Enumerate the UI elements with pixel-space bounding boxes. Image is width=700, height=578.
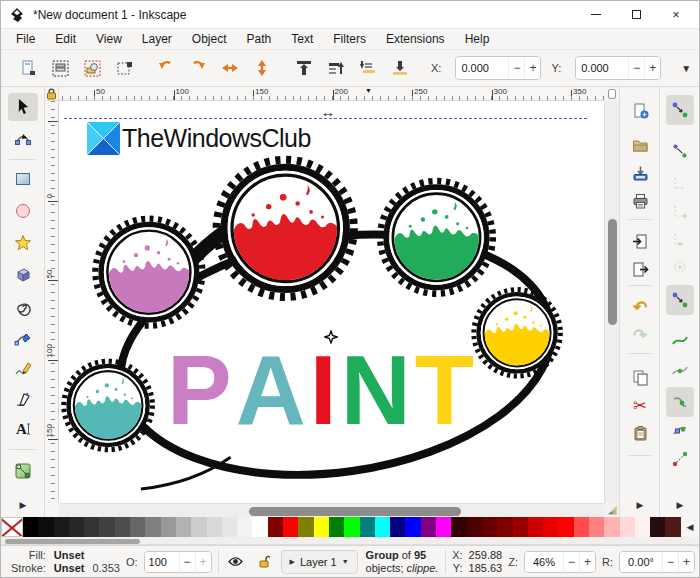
snap-nodes-toggle[interactable] bbox=[666, 285, 694, 315]
color-swatch[interactable] bbox=[130, 517, 145, 537]
color-swatch[interactable] bbox=[252, 517, 267, 537]
color-swatch[interactable] bbox=[298, 517, 313, 537]
layer-lock-button[interactable] bbox=[253, 551, 275, 573]
snap-bbox-centers-toggle[interactable] bbox=[668, 255, 692, 279]
rectangle-tool[interactable] bbox=[8, 165, 38, 193]
raise-icon[interactable] bbox=[325, 57, 347, 79]
pencil-tool[interactable] bbox=[8, 355, 38, 383]
color-swatch[interactable] bbox=[436, 517, 451, 537]
color-swatch[interactable] bbox=[589, 517, 604, 537]
color-swatch[interactable] bbox=[574, 517, 589, 537]
color-swatch[interactable] bbox=[207, 517, 222, 537]
snap-cusp-nodes-toggle[interactable] bbox=[666, 387, 694, 417]
color-swatch[interactable] bbox=[176, 517, 191, 537]
color-swatch[interactable] bbox=[497, 517, 512, 537]
spiral-tool[interactable] bbox=[8, 293, 38, 321]
color-swatch[interactable] bbox=[329, 517, 344, 537]
copy-button[interactable] bbox=[628, 365, 652, 389]
flip-horizontal-icon[interactable] bbox=[219, 57, 241, 79]
node-tool[interactable] bbox=[8, 125, 38, 153]
color-swatch[interactable] bbox=[84, 517, 99, 537]
text-tool[interactable]: A bbox=[8, 415, 38, 443]
commands-expand-button[interactable]: ▶ bbox=[628, 493, 652, 517]
color-swatch[interactable] bbox=[191, 517, 206, 537]
color-swatch[interactable] bbox=[360, 517, 375, 537]
menu-item[interactable]: Path bbox=[238, 31, 281, 47]
x-minus-button[interactable]: − bbox=[508, 57, 524, 79]
zoom-plus-button[interactable]: + bbox=[579, 552, 595, 572]
menu-item[interactable]: Layer bbox=[133, 31, 181, 47]
color-swatch[interactable] bbox=[283, 517, 298, 537]
snap-path-intersections-toggle[interactable] bbox=[668, 359, 692, 383]
color-swatch[interactable] bbox=[528, 517, 543, 537]
menu-item[interactable]: File bbox=[7, 31, 44, 47]
new-document-button[interactable] bbox=[628, 99, 652, 123]
minimize-button[interactable] bbox=[589, 8, 603, 22]
color-swatch[interactable] bbox=[513, 517, 528, 537]
color-swatch[interactable] bbox=[237, 517, 252, 537]
color-swatch[interactable] bbox=[222, 517, 237, 537]
lower-to-bottom-icon[interactable] bbox=[389, 57, 411, 79]
paste-button[interactable] bbox=[628, 421, 652, 445]
color-swatch[interactable] bbox=[421, 517, 436, 537]
color-swatch[interactable] bbox=[665, 517, 680, 537]
horizontal-ruler[interactable]: 50100150200250300350▼ bbox=[59, 87, 604, 101]
color-swatch[interactable] bbox=[23, 517, 38, 537]
raise-to-top-icon[interactable] bbox=[293, 57, 315, 79]
selection-box-icon[interactable] bbox=[113, 57, 135, 79]
select-all-icon[interactable] bbox=[17, 57, 39, 79]
gradient-tool[interactable] bbox=[8, 457, 38, 485]
snap-midpoints-toggle[interactable] bbox=[668, 447, 692, 471]
menu-item[interactable]: Filters bbox=[324, 31, 375, 47]
calligraphy-tool[interactable] bbox=[8, 385, 38, 413]
palette-scrollbar[interactable] bbox=[1, 537, 699, 545]
ruler-corner-button[interactable] bbox=[604, 87, 619, 101]
close-button[interactable]: × bbox=[669, 8, 683, 22]
layer-visibility-button[interactable] bbox=[225, 551, 247, 573]
select-all-layers-icon[interactable] bbox=[49, 57, 71, 79]
horizontal-scrollbar-thumb[interactable] bbox=[249, 507, 461, 516]
x-input[interactable] bbox=[456, 57, 508, 79]
dock-expand-button[interactable]: ▶ bbox=[8, 495, 38, 515]
color-swatch[interactable] bbox=[451, 517, 466, 537]
color-swatch[interactable] bbox=[268, 517, 283, 537]
menu-item[interactable]: Edit bbox=[46, 31, 85, 47]
opacity-plus-button[interactable]: + bbox=[195, 552, 211, 572]
guide-lock-button[interactable] bbox=[45, 87, 59, 101]
flip-vertical-icon[interactable] bbox=[251, 57, 273, 79]
y-plus-button[interactable]: + bbox=[644, 57, 660, 79]
box3d-tool[interactable] bbox=[8, 261, 38, 289]
vertical-scrollbar[interactable] bbox=[604, 101, 619, 503]
snap-bbox-edge-midpoints-toggle[interactable] bbox=[668, 227, 692, 251]
maximize-button[interactable] bbox=[629, 8, 643, 22]
x-plus-button[interactable]: + bbox=[524, 57, 540, 79]
color-swatch[interactable] bbox=[635, 517, 650, 537]
color-swatch[interactable] bbox=[604, 517, 619, 537]
y-minus-button[interactable]: − bbox=[628, 57, 644, 79]
menu-item[interactable]: View bbox=[87, 31, 131, 47]
vertical-scrollbar-thumb[interactable] bbox=[608, 219, 617, 325]
pen-tool[interactable] bbox=[8, 325, 38, 353]
no-color-swatch[interactable] bbox=[1, 517, 23, 537]
rotate-ccw-icon[interactable] bbox=[155, 57, 177, 79]
save-document-button[interactable] bbox=[628, 161, 652, 185]
redo-button[interactable]: ↷ bbox=[628, 323, 652, 347]
snap-bounding-box-toggle[interactable] bbox=[668, 139, 692, 163]
palette-scrollbar-thumb[interactable] bbox=[5, 539, 140, 544]
open-document-button[interactable] bbox=[628, 133, 652, 157]
import-button[interactable] bbox=[628, 229, 652, 253]
rotation-plus-button[interactable]: + bbox=[678, 552, 694, 572]
rotate-cw-icon[interactable] bbox=[187, 57, 209, 79]
color-swatch[interactable] bbox=[467, 517, 482, 537]
menu-item[interactable]: Extensions bbox=[377, 31, 454, 47]
color-swatch[interactable] bbox=[650, 517, 665, 537]
export-button[interactable] bbox=[628, 257, 652, 281]
color-swatch[interactable] bbox=[482, 517, 497, 537]
cut-button[interactable]: ✂ bbox=[628, 393, 652, 417]
color-swatch[interactable] bbox=[38, 517, 53, 537]
fill-stroke-indicator[interactable]: Fill: Unset Stroke: Unset 0.353 bbox=[5, 549, 120, 575]
rotation-minus-button[interactable]: − bbox=[662, 552, 678, 572]
canvas[interactable]: TheWindowsClub PAINT ↔ bbox=[59, 101, 604, 503]
zoom-input[interactable] bbox=[525, 552, 563, 572]
menu-item[interactable]: Text bbox=[282, 31, 322, 47]
